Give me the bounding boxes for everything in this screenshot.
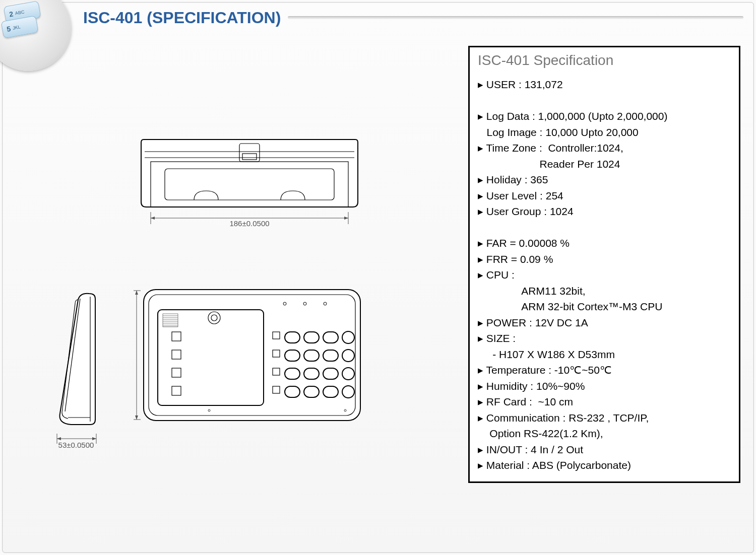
spec-list: ▸ USER : 131,072 ▸ Log Data : 1,000,000 …	[478, 77, 731, 473]
keypad-tiles-icon: 2 ABC 5 JKL	[4, 1, 43, 34]
title-bar: ISC-401 (SPECIFICATION)	[83, 3, 743, 33]
svg-rect-39	[323, 350, 338, 361]
svg-marker-9	[151, 217, 155, 220]
svg-rect-41	[285, 368, 300, 379]
page-title: ISC-401 (SPECIFICATION)	[83, 9, 281, 27]
svg-point-48	[342, 386, 354, 398]
svg-rect-35	[323, 332, 338, 343]
top-view-drawing-icon: 186±0.0500	[134, 131, 365, 242]
svg-marker-10	[344, 217, 348, 220]
dim-height-label: 107±0.0500	[134, 335, 134, 375]
brand-logo-icon: IDTi	[0, 487, 10, 555]
logo-sphere-icon: 2 ABC 5 JKL	[0, 0, 71, 71]
slide-frame: 2 ABC 5 JKL ISC-401 (SPECIFICATION) IDTi…	[2, 2, 754, 553]
svg-rect-45	[285, 386, 300, 397]
front-view-drawing-icon: 107±0.0500	[134, 285, 370, 451]
svg-rect-33	[285, 332, 300, 343]
svg-rect-46	[304, 386, 319, 397]
spec-box: ISC-401 Specification ▸ USER : 131,072 ▸…	[468, 46, 740, 483]
dim-depth-label: 53±0.0500	[58, 441, 94, 449]
svg-rect-47	[323, 386, 338, 397]
spec-title: ISC-401 Specification	[478, 52, 731, 68]
title-divider	[288, 16, 743, 19]
svg-rect-34	[304, 332, 319, 343]
svg-marker-61	[92, 437, 96, 440]
svg-marker-60	[57, 437, 61, 440]
key-letters: JKL	[12, 24, 21, 31]
svg-rect-38	[304, 350, 319, 361]
svg-rect-42	[304, 368, 319, 379]
side-view-drawing-icon: 53±0.0500	[40, 288, 125, 469]
key-num: 2	[9, 10, 14, 18]
svg-point-36	[342, 331, 354, 343]
svg-marker-55	[135, 415, 138, 420]
svg-rect-13	[158, 310, 264, 405]
key-num: 5	[6, 25, 11, 33]
dim-width-label: 186±0.0500	[229, 219, 269, 228]
svg-marker-54	[135, 291, 138, 295]
svg-point-44	[342, 368, 354, 380]
svg-point-40	[342, 350, 354, 362]
svg-rect-37	[285, 350, 300, 361]
key-letters: ABC	[15, 9, 25, 16]
svg-rect-43	[323, 368, 338, 379]
